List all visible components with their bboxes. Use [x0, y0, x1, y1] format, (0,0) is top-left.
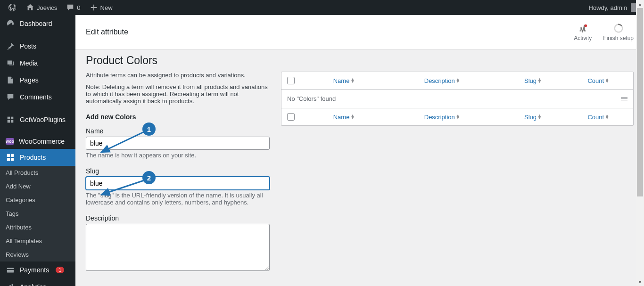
menu-label: Products [20, 154, 46, 161]
activity-button[interactable]: Activity [574, 23, 592, 41]
scroll-down-arrow[interactable]: ▼ [636, 278, 644, 286]
plugin-icon [6, 115, 15, 124]
page-icon [6, 75, 15, 85]
col-count[interactable]: Count▲▼ [570, 114, 627, 121]
menu-analytics[interactable]: Analytics [0, 278, 75, 286]
svg-rect-1 [11, 117, 13, 119]
menu-label: Payments [20, 266, 49, 274]
menu-products[interactable]: Products [0, 149, 75, 166]
col-name[interactable]: Name▲▼ [300, 114, 388, 121]
site-name: Joevics [37, 4, 57, 11]
menu-woocommerce[interactable]: wooWooCommerce [0, 134, 75, 149]
menu-label: WooCommerce [19, 138, 65, 145]
slug-input[interactable] [86, 177, 270, 190]
svg-rect-5 [7, 269, 14, 270]
sub-attributes[interactable]: Attributes [0, 221, 75, 234]
table-header: Name▲▼ Description▲▼ Slug▲▼ Count▲▼ [281, 72, 633, 90]
terms-table: Name▲▼ Description▲▼ Slug▲▼ Count▲▼ No "… [281, 72, 634, 126]
sort-icon: ▲▼ [537, 114, 542, 119]
sort-icon: ▲▼ [605, 114, 609, 119]
products-submenu: All Products Add New Categories Tags Att… [0, 166, 75, 261]
activity-label: Activity [574, 35, 592, 41]
payments-badge: 1 [56, 267, 64, 273]
menu-comments[interactable]: Comments [0, 89, 75, 106]
pin-icon [6, 41, 15, 51]
table-footer: Name▲▼ Description▲▼ Slug▲▼ Count▲▼ [281, 108, 633, 125]
wp-logo[interactable] [5, 3, 20, 12]
sub-add-new[interactable]: Add New [0, 180, 75, 193]
sub-all-products[interactable]: All Products [0, 166, 75, 180]
comments-link[interactable]: 0 [63, 3, 83, 12]
plus-icon [89, 3, 99, 12]
name-input[interactable] [86, 137, 270, 150]
form-heading: Add new Colors [86, 113, 270, 121]
name-label: Name [86, 127, 270, 135]
sort-icon: ▲▼ [350, 114, 355, 119]
comment-icon [6, 92, 15, 102]
scroll-thumb[interactable] [637, 8, 643, 196]
menu-label: GetWooPlugins [20, 116, 66, 123]
vertical-scrollbar[interactable]: ▲ ▼ [636, 0, 644, 286]
sub-categories[interactable]: Categories [0, 193, 75, 207]
col-slug[interactable]: Slug▲▼ [496, 114, 569, 121]
screen-title: Edit attribute [86, 28, 128, 36]
svg-point-9 [585, 25, 587, 27]
account-link[interactable]: Howdy, admin [584, 3, 644, 12]
menu-label: Analytics [20, 283, 46, 286]
note-text: Note: Deleting a term will remove it fro… [86, 83, 270, 105]
svg-rect-3 [11, 120, 13, 123]
new-content[interactable]: New [86, 3, 116, 12]
menu-posts[interactable]: Posts [0, 38, 75, 55]
menu-label: Pages [20, 76, 39, 84]
col-name[interactable]: Name▲▼ [300, 77, 388, 84]
admin-bar: Joevics 0 New Howdy, admin [0, 0, 644, 15]
menu-payments[interactable]: Payments1 [0, 261, 75, 278]
sort-icon: ▲▼ [456, 114, 460, 119]
dashboard-icon [6, 19, 15, 28]
slug-label: Slug [86, 167, 270, 175]
comment-count: 0 [77, 4, 80, 11]
slug-help: The "slug" is the URL-friendly version o… [86, 192, 270, 206]
menu-label: Media [20, 59, 38, 67]
col-description[interactable]: Description▲▼ [388, 114, 496, 121]
new-label: New [100, 4, 113, 11]
sort-icon: ▲▼ [605, 78, 609, 83]
analytics-icon [6, 282, 15, 286]
menu-getwooplugins[interactable]: GetWooPlugins [0, 111, 75, 128]
sort-icon: ▲▼ [537, 78, 542, 83]
sort-icon: ▲▼ [456, 78, 460, 83]
col-description[interactable]: Description▲▼ [388, 77, 496, 84]
menu-dashboard[interactable]: Dashboard [0, 15, 75, 32]
sub-tags[interactable]: Tags [0, 207, 75, 221]
menu-pages[interactable]: Pages [0, 72, 75, 89]
finish-setup-button[interactable]: Finish setup [603, 23, 634, 41]
page-title: Product Colors [86, 54, 634, 67]
table-column: Name▲▼ Description▲▼ Slug▲▼ Count▲▼ No "… [281, 72, 634, 273]
empty-message: No "Colors" found [287, 95, 336, 102]
progress-icon [613, 23, 624, 34]
description-textarea[interactable] [86, 224, 270, 271]
col-slug[interactable]: Slug▲▼ [496, 77, 569, 84]
menu-label: Dashboard [20, 20, 52, 27]
content-area: Edit attribute Activity Finish setup Pro… [75, 15, 644, 286]
media-icon [6, 58, 15, 68]
sort-icon: ▲▼ [350, 78, 355, 83]
payment-icon [6, 265, 15, 275]
col-count[interactable]: Count▲▼ [570, 77, 627, 84]
finish-setup-label: Finish setup [603, 35, 634, 41]
svg-rect-4 [7, 268, 14, 273]
wordpress-icon [8, 3, 17, 12]
select-all-checkbox[interactable] [287, 77, 295, 84]
menu-label: Comments [20, 93, 52, 101]
scroll-up-arrow[interactable]: ▲ [636, 0, 644, 8]
menu-media[interactable]: Media [0, 55, 75, 72]
howdy-text: Howdy, admin [589, 4, 627, 11]
select-all-checkbox[interactable] [287, 113, 295, 121]
site-link[interactable]: Joevics [23, 3, 60, 12]
row-options-icon[interactable] [621, 97, 627, 100]
sub-all-templates[interactable]: All Templates [0, 234, 75, 248]
menu-label: Posts [20, 42, 36, 50]
admin-sidebar: Dashboard Posts Media Pages Comments Get… [0, 15, 75, 286]
comment-icon [66, 3, 75, 12]
sub-reviews[interactable]: Reviews [0, 248, 75, 261]
